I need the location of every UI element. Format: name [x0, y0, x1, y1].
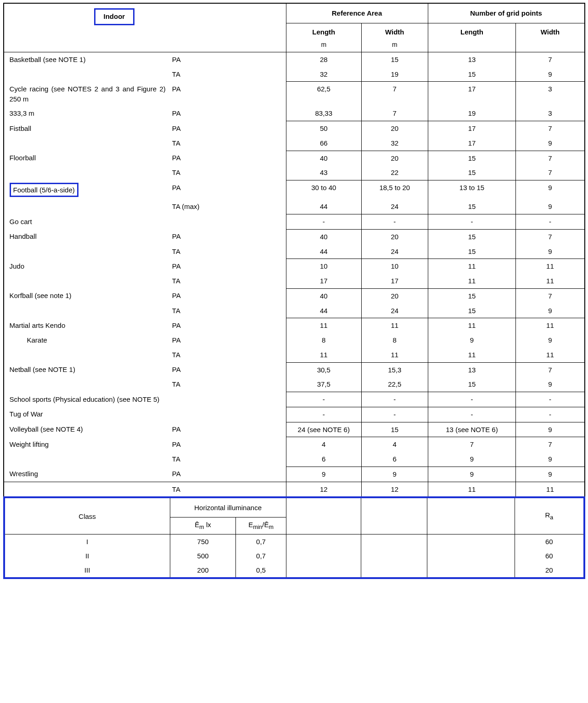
- cell-gW: -: [516, 392, 585, 407]
- cell-refW: 4: [362, 437, 428, 452]
- sport-name: Tug of War: [4, 407, 169, 422]
- table-row: TA17171111: [4, 274, 585, 288]
- cell-gL: 9: [428, 333, 516, 348]
- hdr-refarea: Reference Area: [286, 3, 428, 23]
- cell-refW: 22: [362, 165, 428, 180]
- cell-refL: 44: [286, 244, 361, 259]
- table-row: Korfball (see note 1)PA4020157: [4, 288, 585, 303]
- cell-refW: 19: [362, 67, 428, 82]
- sport-name: [4, 348, 169, 362]
- sport-name: Weight lifting: [4, 437, 169, 452]
- cell-gL: 15: [428, 67, 516, 82]
- table-row: TA6699: [4, 452, 585, 467]
- sport-name: [4, 136, 169, 151]
- table-row: FistballPA5020177: [4, 121, 585, 136]
- indoor-label: Indoor: [94, 8, 135, 25]
- table-row: Cycle racing (see NOTES 2 and 3 and Figu…: [4, 82, 585, 107]
- cell-refW: 20: [362, 288, 428, 303]
- table-row: JudoPA10101111: [4, 259, 585, 274]
- cell-refW: 20: [362, 229, 428, 244]
- sport-name: Korfball (see note 1): [4, 288, 169, 303]
- table-row: 333,3 mPA83,337193: [4, 106, 585, 121]
- sport-name: [4, 377, 169, 392]
- cell-refW: 6: [362, 452, 428, 467]
- cell-refW: 8: [362, 333, 428, 348]
- class-ra: 60: [515, 549, 583, 563]
- area-type: PA: [169, 180, 286, 200]
- table-row: Football (5/6-a-side)PA30 to 4018,5 to 2…: [4, 180, 585, 200]
- area-type: TA: [169, 348, 286, 362]
- sport-name: Fistball: [4, 121, 169, 136]
- area-type: TA: [169, 482, 286, 497]
- cell-refL: 37,5: [286, 377, 361, 392]
- cell-refL: -: [286, 214, 361, 230]
- table-row: WrestlingPA9999: [4, 467, 585, 482]
- area-type: TA: [169, 274, 286, 288]
- cell-gL: 19: [428, 106, 516, 121]
- table-row: TA11111111: [4, 348, 585, 362]
- cell-gL: 17: [428, 82, 516, 107]
- sport-name: [4, 452, 169, 467]
- class-col-title: Class: [5, 498, 170, 534]
- cell-gL: 9: [428, 467, 516, 482]
- cell-gL: 17: [428, 136, 516, 151]
- cell-refL: 30 to 40: [286, 180, 361, 200]
- sport-name: Netball (see NOTE 1): [4, 362, 169, 377]
- area-type: [169, 407, 286, 422]
- area-type: TA: [169, 67, 286, 82]
- cell-gW: 11: [516, 274, 585, 288]
- sport-name: Floorball: [4, 151, 169, 165]
- cell-gW: 9: [516, 377, 585, 392]
- cell-refW: 7: [362, 106, 428, 121]
- cell-gW: 9: [516, 304, 585, 318]
- cell-gW: 7: [516, 165, 585, 180]
- cell-refW: -: [362, 392, 428, 407]
- cell-gW: 9: [516, 180, 585, 200]
- cell-refL: 11: [286, 348, 361, 362]
- cell-refL: 62,5: [286, 82, 361, 107]
- area-type: [169, 392, 286, 407]
- cell-refL: 30,5: [286, 362, 361, 377]
- cell-refL: 28: [286, 52, 361, 67]
- cell-gW: -: [516, 214, 585, 230]
- sport-name: 333,3 m: [4, 106, 169, 121]
- area-type: TA: [169, 244, 286, 259]
- cell-refL: 8: [286, 333, 361, 348]
- sport-name: School sports (Physical education) (see …: [4, 392, 169, 407]
- cell-gL: -: [428, 407, 516, 422]
- cell-refL: 32: [286, 67, 361, 82]
- cell-gW: 9: [516, 136, 585, 151]
- table-row: Basketball (see NOTE 1)PA2815137: [4, 52, 585, 67]
- hdr-ref-length: Length m: [286, 23, 361, 52]
- sport-name: Go cart: [4, 214, 169, 230]
- table-row: TA12121111: [4, 482, 585, 497]
- sport-name: Basketball (see NOTE 1): [4, 52, 169, 67]
- area-type: [169, 214, 286, 230]
- cell-gW: 7: [516, 437, 585, 452]
- cell-gW: 9: [516, 333, 585, 348]
- cell-refL: 40: [286, 229, 361, 244]
- cell-gL: 15: [428, 151, 516, 165]
- area-type: TA: [169, 304, 286, 318]
- cell-refW: 32: [362, 136, 428, 151]
- class-ra: 60: [515, 534, 583, 549]
- cell-gW: 7: [516, 362, 585, 377]
- sport-name: Wrestling: [4, 467, 169, 482]
- table-row: TA6632179: [4, 136, 585, 151]
- cell-refL: 40: [286, 288, 361, 303]
- hdr-ref-width: Width m: [362, 23, 428, 52]
- cell-gW: 9: [516, 467, 585, 482]
- cell-refL: 11: [286, 318, 361, 333]
- cell-gW: -: [516, 407, 585, 422]
- area-type: PA: [169, 437, 286, 452]
- table-row: TA4322157: [4, 165, 585, 180]
- sport-name: Volleyball (see NOTE 4): [4, 422, 169, 437]
- sport-name: Martial arts Kendo: [4, 318, 169, 333]
- area-type: PA: [169, 362, 286, 377]
- cell-refW: 15: [362, 52, 428, 67]
- cell-gW: 7: [516, 52, 585, 67]
- hdr-grid-length: Length: [428, 23, 516, 52]
- area-type: TA (max): [169, 199, 286, 214]
- cell-refL: 44: [286, 199, 361, 214]
- cell-refW: 20: [362, 151, 428, 165]
